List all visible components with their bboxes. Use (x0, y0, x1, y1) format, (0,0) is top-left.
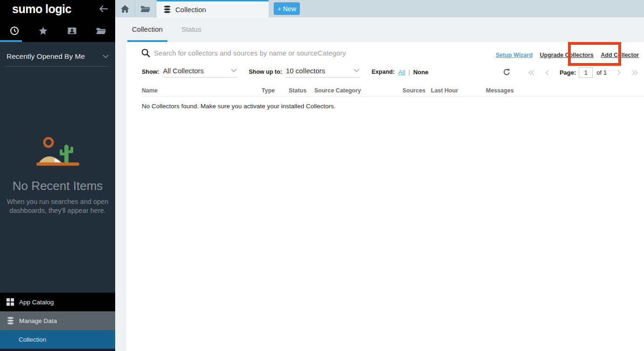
setup-wizard-link[interactable]: Setup Wizard (496, 52, 533, 58)
personal-folder-icon (68, 27, 76, 35)
back-arrow-icon (98, 4, 109, 14)
open-folder-icon (96, 27, 106, 35)
empty-table-message: No Collectors found. Make sure you activ… (142, 103, 336, 110)
sumo-logic-logo: sumo logic (12, 1, 71, 17)
sidebar-item-app-catalog[interactable]: App Catalog (0, 293, 115, 311)
filter-controls: Show: All Collectors Show up to: 10 coll… (142, 65, 429, 78)
search-icon (141, 49, 150, 59)
grid-icon (7, 298, 14, 306)
show-label: Show: (142, 69, 159, 75)
library-tab[interactable] (86, 23, 115, 38)
page-count: of 1 (596, 69, 607, 76)
cactus-desert-icon (35, 134, 80, 169)
refresh-button[interactable] (503, 68, 510, 77)
add-collector-link[interactable]: Add Collector (601, 52, 639, 58)
show-up-to-label: Show up to: (249, 69, 283, 75)
page-number-input[interactable] (579, 67, 593, 78)
collapse-sidebar-button[interactable] (98, 4, 109, 14)
sidebar: sumo logic (0, 0, 115, 351)
main-area: Setup Wizard Upgrade Collectors Add Coll… (115, 42, 644, 351)
refresh-icon (503, 68, 510, 76)
sidebar-item-label: Collection (19, 336, 46, 343)
database-icon (163, 5, 171, 14)
recents-tab[interactable] (0, 23, 29, 38)
next-page-button[interactable] (617, 70, 621, 76)
upgrade-collectors-link[interactable]: Upgrade Collectors (540, 52, 594, 58)
column-header-source-category[interactable]: Source Category (314, 87, 361, 94)
collection-panel: Setup Wizard Upgrade Collectors Add Coll… (126, 42, 644, 351)
show-dropdown[interactable]: All Collectors (163, 67, 237, 77)
recent-filter-value: Recently Opened By Me (7, 52, 85, 61)
first-page-button[interactable] (528, 70, 535, 76)
table-header-divider (142, 96, 644, 97)
no-recent-items-subtitle: When you run searches and open dashboard… (0, 197, 115, 215)
folder-icon (140, 5, 150, 13)
column-header-type[interactable]: Type (262, 87, 275, 94)
sidebar-item-collection[interactable]: Collection (0, 330, 115, 349)
collector-action-links: Setup Wizard Upgrade Collectors Add Coll… (496, 50, 644, 59)
shared-content-tab[interactable] (58, 23, 87, 38)
column-header-sources[interactable]: Sources (402, 87, 425, 94)
tab-collection[interactable]: Collection (157, 0, 269, 17)
column-header-status[interactable]: Status (289, 87, 306, 94)
chevron-down-icon (103, 55, 109, 58)
chevron-down-icon (231, 69, 237, 72)
double-chevron-right-icon (631, 70, 638, 76)
show-up-to-dropdown-value: 10 collectors (286, 67, 325, 75)
subtab-collection[interactable]: Collection (127, 17, 167, 42)
show-dropdown-value: All Collectors (163, 67, 204, 75)
expand-all-link[interactable]: All (398, 69, 405, 76)
recent-filter-dropdown[interactable]: Recently Opened By Me (5, 52, 109, 67)
library-button[interactable] (135, 0, 155, 17)
clock-icon (10, 26, 19, 35)
favorites-tab[interactable] (29, 23, 58, 38)
chevron-right-icon (617, 70, 621, 76)
sidebar-item-label: App Catalog (19, 299, 54, 306)
column-header-messages[interactable]: Messages (486, 87, 514, 94)
page-label: Page: (560, 69, 576, 76)
home-icon (121, 5, 129, 13)
no-recent-items-title: No Recent Items (0, 179, 115, 193)
double-chevron-left-icon (528, 70, 535, 76)
top-tab-bar: Collection + New (115, 0, 644, 17)
expand-none-link[interactable]: None (413, 69, 429, 76)
search-input[interactable] (154, 47, 438, 58)
sidebar-bottom-menu: App Catalog Manage Data Collection (0, 293, 115, 351)
last-page-button[interactable] (631, 70, 638, 76)
subtitle-line-2: dashboards, they'll appear here. (9, 207, 106, 214)
subtab-status[interactable]: Status (177, 17, 206, 42)
sidebar-menu-next-row (0, 349, 115, 351)
active-tab-indicator (0, 40, 22, 42)
column-header-name[interactable]: Name (142, 87, 158, 94)
page-subtabs: Collection Status (115, 17, 644, 42)
sidebar-item-label: Manage Data (19, 317, 57, 324)
home-button[interactable] (115, 0, 135, 17)
chevron-left-icon (545, 70, 549, 76)
chevron-down-icon (353, 69, 360, 72)
sidebar-icon-tabs (0, 23, 115, 38)
star-icon (39, 27, 48, 35)
tab-label: Collection (175, 6, 206, 14)
desert-illustration (0, 134, 115, 171)
new-button[interactable]: + New (274, 2, 300, 15)
expand-label: Expand: (372, 69, 395, 75)
previous-page-button[interactable] (545, 70, 549, 76)
show-up-to-dropdown[interactable]: 10 collectors (286, 67, 360, 77)
app-window: sumo logic (0, 0, 644, 351)
sidebar-header: sumo logic (0, 0, 115, 42)
sidebar-item-manage-data[interactable]: Manage Data (0, 311, 115, 330)
column-header-last-hour[interactable]: Last Hour (431, 87, 458, 94)
pagination: Page: of 1 (528, 67, 638, 78)
database-icon (7, 316, 14, 325)
expand-separator: | (409, 69, 410, 76)
subtitle-line-1: When you run searches and open (7, 198, 109, 205)
